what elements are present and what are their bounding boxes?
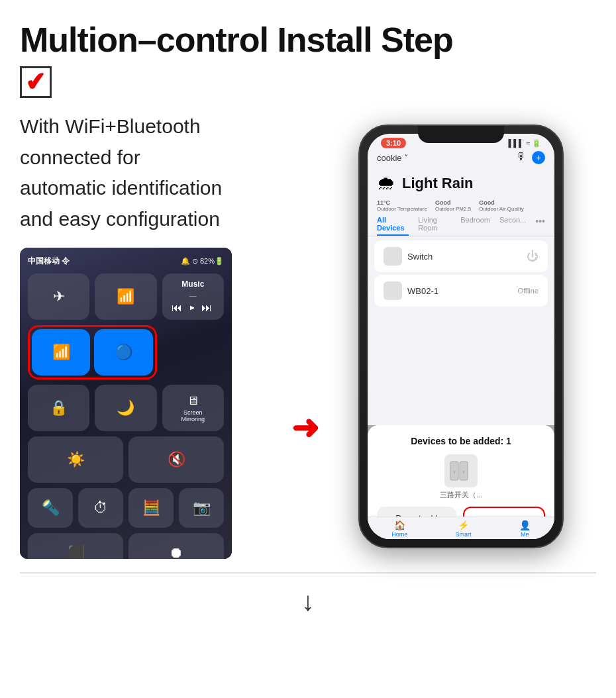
tab-all-devices[interactable]: All Devices (377, 216, 409, 236)
wb02-device-name: WB02-1 (407, 286, 438, 296)
hotspot-icon: 📶 (117, 288, 134, 305)
phone-app-name: cookie ˅ (377, 153, 409, 163)
phone-time: 3:10 (381, 138, 406, 148)
checkbox-icon: ✔ (20, 66, 52, 98)
cc-status-bar: 中国移动 令 🔔 ⊙ 82%🔋 (28, 256, 224, 267)
cc-signal: 中国移动 令 (28, 256, 70, 267)
page-title: Multion–control Install Step (20, 20, 596, 60)
checkbox-area: ✔ (20, 66, 596, 98)
cc-timer[interactable]: ⏱ (78, 488, 123, 528)
cc-wifi[interactable]: 📶 (32, 329, 90, 375)
left-side: With WiFi+Bluetooth connected for automa… (20, 111, 285, 559)
cc-airplane[interactable]: ✈ (28, 274, 89, 320)
air-quality-detail: Good Outdoor Air Quality (479, 199, 524, 212)
tab-second[interactable]: Secon... (499, 216, 526, 236)
iphone-mockup: 3:10 ▌▌▌ ≈ 🔋 cookie ˅ 🎙 + 🌧 (358, 125, 564, 548)
modal-title: Devices to be added: 1 (377, 436, 545, 446)
smart-icon: ⚡ (458, 520, 469, 530)
cc-moon[interactable]: 🌙 (95, 385, 156, 431)
phone-signal-icons: ▌▌▌ ≈ 🔋 (508, 139, 541, 148)
wifi-icon: 📶 (52, 344, 70, 361)
screen-mirroring-icon: 🖥 (187, 394, 199, 408)
iphone-screen: 3:10 ▌▌▌ ≈ 🔋 cookie ˅ 🎙 + 🌧 (368, 134, 554, 539)
tab-bedroom[interactable]: Bedroom (460, 216, 490, 236)
pm25-detail: Good Outdoor PM2.5 (435, 199, 471, 212)
modal-device-preview: 三路开关（... (377, 454, 545, 500)
calculator-icon: 🧮 (142, 499, 160, 517)
cc-qr-row: ⬛ ⏺ (28, 533, 224, 559)
main-container: Multion–control Install Step ✔ With WiFi… (0, 0, 616, 698)
me-icon: 👤 (519, 520, 531, 530)
iphone-notch (418, 126, 504, 143)
microphone-icon[interactable]: 🎙 (516, 151, 527, 164)
record-icon: ⏺ (169, 544, 183, 559)
nav-home[interactable]: 🏠 Home (391, 520, 407, 538)
description-text: With WiFi+Bluetooth connected for automa… (20, 111, 285, 234)
phone-app-header: cookie ˅ 🎙 + (368, 150, 554, 167)
cc-bottom-row: 🔦 ⏱ 🧮 📷 (28, 488, 224, 528)
flashlight-icon: 🔦 (42, 499, 60, 517)
weather-cloud-icon: 🌧 (377, 172, 395, 194)
cc-bluetooth[interactable]: 🔵 (94, 329, 152, 375)
cc-hotspot[interactable]: 📶 (95, 274, 156, 320)
mute-icon: 🔇 (168, 451, 185, 468)
switch-device-name: Switch (407, 252, 433, 262)
down-arrow-icon: ↓ (301, 587, 315, 617)
phone-header-icons: 🎙 + (516, 151, 545, 164)
temperature-detail: 11°C Outdoor Temperature (377, 199, 427, 212)
rotation-lock-icon: 🔒 (50, 399, 68, 417)
home-icon: 🏠 (394, 520, 405, 530)
nav-me-label: Me (521, 531, 529, 538)
device-card-switch: Switch ⏻ (374, 240, 548, 272)
control-center-screenshot: 中国移动 令 🔔 ⊙ 82%🔋 ✈ 📶 (20, 248, 232, 559)
checkmark-icon: ✔ (24, 69, 47, 96)
nav-smart[interactable]: ⚡ Smart (455, 520, 471, 538)
phone-tabs: All Devices Living Room Bedroom Secon...… (368, 216, 554, 236)
cc-background: 中国移动 令 🔔 ⊙ 82%🔋 ✈ 📶 (20, 248, 232, 559)
camera-icon: 📷 (193, 499, 211, 517)
music-label: Music (181, 279, 204, 289)
wb02-device-icon (384, 281, 402, 300)
moon-icon: 🌙 (117, 399, 134, 417)
cc-record[interactable]: ⏺ (128, 533, 224, 559)
music-track: — (189, 291, 197, 299)
tab-living-room[interactable]: Living Room (418, 216, 451, 236)
cc-flashlight[interactable]: 🔦 (28, 488, 73, 528)
modal-device-icon (444, 454, 478, 487)
cc-battery: 🔔 ⊙ 82%🔋 (181, 257, 224, 266)
add-icon[interactable]: + (532, 151, 545, 164)
airplane-icon: ✈ (53, 288, 65, 305)
content-wrapper: With WiFi+Bluetooth connected for automa… (20, 111, 596, 559)
cc-calculator[interactable]: 🧮 (128, 488, 174, 528)
switch-power-icon[interactable]: ⏻ (527, 250, 539, 264)
timer-icon: ⏱ (93, 499, 108, 517)
wb02-offline-status: Offline (517, 287, 539, 295)
device-card-wb02: WB02-1 Offline (374, 275, 548, 307)
cc-screen-mirroring[interactable]: 🖥 ScreenMirroring (162, 385, 224, 431)
cc-camera[interactable]: 📷 (179, 488, 224, 528)
phone-weather-section: 🌧 Light Rain (368, 167, 554, 199)
cc-music: Music — ⏮ ▶ ⏭ (162, 274, 224, 320)
cc-rotation-lock[interactable]: 🔒 (28, 385, 89, 431)
nav-smart-label: Smart (455, 531, 471, 538)
cc-brightness[interactable]: ☀️ (28, 436, 123, 483)
modal-device-name: 三路开关（... (440, 490, 482, 500)
screen-mirroring-label: ScreenMirroring (181, 409, 205, 423)
tab-more[interactable]: ••• (535, 216, 545, 236)
right-side: 3:10 ▌▌▌ ≈ 🔋 cookie ˅ 🎙 + 🌧 (326, 111, 596, 559)
weather-details: 11°C Outdoor Temperature Good Outdoor PM… (368, 199, 554, 216)
cc-mute[interactable]: 🔇 (128, 436, 224, 483)
phone-nav-bar: 🏠 Home ⚡ Smart 👤 Me (368, 517, 554, 539)
right-arrow-icon: ➜ (291, 409, 319, 447)
cc-qr[interactable]: ⬛ (28, 533, 123, 559)
nav-home-label: Home (391, 531, 407, 538)
music-controls[interactable]: ⏮ ▶ ⏭ (172, 302, 214, 314)
arrow-container: ➜ (285, 297, 326, 559)
weather-title: Light Rain (402, 175, 474, 192)
device-svg-icon (448, 458, 474, 484)
bottom-section: ↓ (20, 572, 596, 617)
brightness-icon: ☀️ (67, 451, 85, 468)
nav-me[interactable]: 👤 Me (519, 520, 531, 538)
switch-device-icon (384, 247, 402, 266)
qr-icon: ⬛ (67, 544, 85, 559)
